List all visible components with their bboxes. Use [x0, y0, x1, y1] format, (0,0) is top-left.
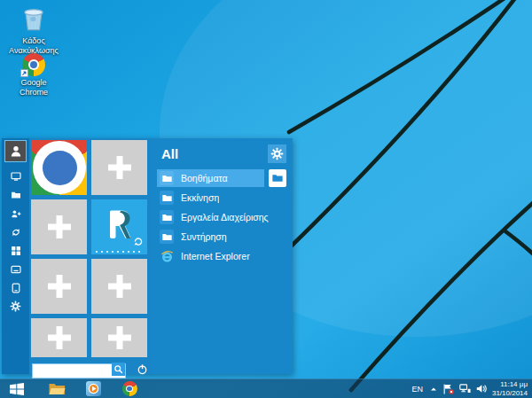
- action-center-flag-icon[interactable]: [442, 384, 454, 394]
- windows-logo-icon: [10, 383, 24, 395]
- tile-google-chrome[interactable]: [31, 140, 87, 195]
- search-icon: [113, 364, 123, 374]
- desktop-icon-google-chrome[interactable]: Google Chrome: [7, 53, 60, 98]
- clock-time: 11:14 μμ: [492, 380, 528, 389]
- list-title: All: [161, 146, 178, 161]
- media-player-icon: [86, 381, 101, 396]
- taskbar-media-player-button[interactable]: [84, 381, 102, 397]
- chrome-icon: [22, 53, 45, 76]
- menu-item-selected[interactable]: Βοηθήματα: [157, 169, 264, 187]
- taskbar-file-explorer-button[interactable]: [48, 381, 66, 397]
- system-tray: EN: [411, 380, 532, 398]
- list-header: All: [161, 144, 286, 163]
- internet-explorer-icon: [160, 249, 174, 263]
- gear-icon: [270, 147, 284, 160]
- taskbar-clock[interactable]: 11:14 μμ 31/10/2014: [492, 380, 528, 398]
- chevron-up-icon: [430, 386, 437, 393]
- menu-item-startup[interactable]: Εκκίνηση: [157, 189, 286, 207]
- user-icon: [9, 144, 23, 158]
- folder-icon: [160, 191, 174, 205]
- plus-icon: [108, 275, 131, 298]
- start-button[interactable]: [8, 381, 26, 397]
- start-menu-sidebar: [2, 138, 29, 374]
- network-icon[interactable]: [459, 384, 471, 394]
- sidebar-tablet-icon[interactable]: [2, 278, 29, 297]
- open-folder-button[interactable]: [269, 169, 286, 187]
- shortcut-arrow-icon: [20, 69, 28, 77]
- clock-date: 31/10/2014: [492, 389, 528, 398]
- sidebar-display-icon[interactable]: [2, 167, 29, 185]
- menu-item-admin-tools[interactable]: Εργαλεία Διαχείρισης: [157, 208, 286, 226]
- taskbar: EN: [0, 378, 532, 398]
- sidebar-apps-icon[interactable]: [2, 241, 29, 260]
- file-explorer-icon: [49, 382, 66, 395]
- menu-item-list: Βοηθήματα Εκκίνηση: [157, 169, 286, 265]
- start-menu: All Βοηθήματα: [2, 138, 293, 374]
- plus-icon: [48, 215, 71, 238]
- taskbar-chrome-button[interactable]: [121, 381, 138, 397]
- power-button[interactable]: [134, 361, 150, 377]
- start-menu-tiles-panel: [29, 138, 151, 374]
- menu-item-maintenance[interactable]: Συντήρηση: [157, 228, 286, 246]
- sidebar-folder-icon[interactable]: [2, 185, 29, 204]
- tile-empty-add[interactable]: [31, 318, 87, 357]
- refresh-swirl-icon: [133, 234, 144, 250]
- plus-icon: [48, 326, 71, 349]
- plus-icon: [48, 275, 71, 298]
- tile-empty-add[interactable]: [91, 318, 147, 357]
- language-indicator[interactable]: EN: [411, 385, 423, 394]
- recycle-bin-icon: [20, 4, 47, 35]
- folder-icon: [160, 230, 174, 244]
- sidebar-window-icon[interactable]: [2, 260, 29, 278]
- desktop: Κάδος Ανακύκλωσης Google Chrome: [0, 0, 532, 398]
- chrome-icon: [122, 381, 137, 396]
- search-button[interactable]: [112, 363, 125, 376]
- show-hidden-icons-button[interactable]: [430, 386, 437, 393]
- sidebar-sync-icon[interactable]: [2, 222, 29, 241]
- desktop-icon-label: Google Chrome: [7, 78, 60, 98]
- menu-item-internet-explorer[interactable]: Internet Explorer: [157, 247, 286, 265]
- reviver-logo-icon: [102, 207, 137, 246]
- tile-empty-add[interactable]: [91, 140, 147, 195]
- user-avatar[interactable]: [4, 140, 27, 162]
- tile-empty-add[interactable]: [31, 259, 87, 314]
- volume-icon[interactable]: [476, 384, 487, 394]
- chrome-icon: [31, 140, 87, 195]
- tile-start-menu-reviver[interactable]: [91, 199, 147, 254]
- folder-icon: [160, 171, 174, 185]
- folder-icon: [272, 174, 283, 183]
- sidebar-settings-gear-icon[interactable]: [2, 297, 29, 316]
- tile-empty-add[interactable]: [91, 259, 147, 314]
- power-icon: [137, 363, 148, 375]
- menu-item-accessories[interactable]: Βοηθήματα: [157, 169, 286, 187]
- folder-icon: [160, 210, 174, 224]
- desktop-icon-recycle-bin[interactable]: Κάδος Ανακύκλωσης: [7, 4, 60, 55]
- plus-icon: [108, 156, 131, 179]
- plus-icon: [108, 326, 131, 349]
- start-menu-search-row: [32, 361, 151, 377]
- tile-empty-add[interactable]: [31, 199, 87, 254]
- start-menu-list-panel: All Βοηθήματα: [151, 138, 293, 374]
- sidebar-share-icon[interactable]: [2, 204, 29, 222]
- menu-settings-button[interactable]: [268, 144, 286, 163]
